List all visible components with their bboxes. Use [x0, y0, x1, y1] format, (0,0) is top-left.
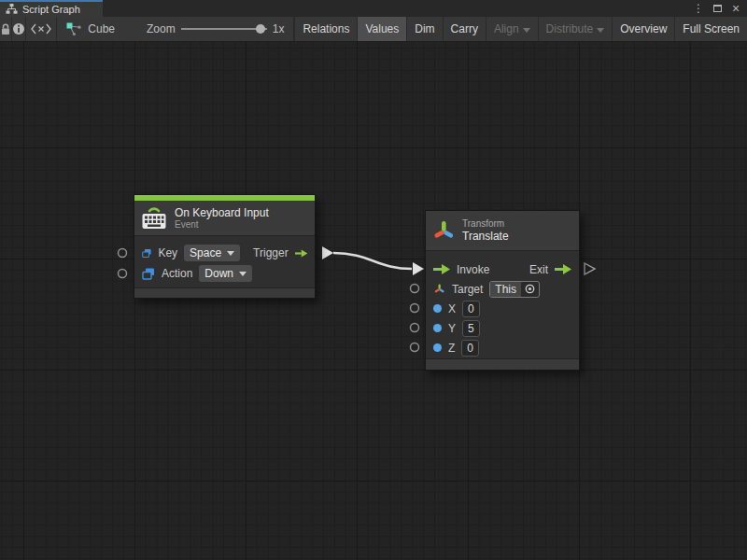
graph-pointer-icon	[66, 22, 82, 36]
tab-title: Script Graph	[22, 4, 80, 15]
target-value: This	[490, 282, 521, 297]
align-button[interactable]: Align	[486, 17, 538, 41]
overview-label: Overview	[620, 22, 667, 35]
target-icon	[521, 284, 539, 294]
dim-button[interactable]: Dim	[406, 17, 442, 41]
keyboard-node-footer	[134, 287, 315, 298]
invoke-label: Invoke	[457, 263, 489, 276]
target-value-chip[interactable]: This	[489, 281, 540, 298]
z-value-field[interactable]: 0	[461, 340, 479, 357]
translate-node[interactable]: Transform Translate Invoke Exit	[425, 210, 580, 371]
translate-node-footer	[426, 358, 579, 370]
code-icon	[31, 23, 51, 35]
carry-button[interactable]: Carry	[443, 17, 486, 41]
trigger-output-port[interactable]	[322, 246, 333, 259]
x-input-port[interactable]	[411, 304, 419, 313]
target-label: Target	[452, 283, 483, 296]
window-menu-icon[interactable]: ⋮	[691, 1, 706, 16]
value-port-dot-icon	[433, 343, 442, 352]
graph-canvas[interactable]: On Keyboard Input Event Key Space	[0, 42, 747, 560]
transform-mini-icon	[433, 283, 445, 295]
key-value: Space	[190, 246, 221, 259]
action-value: Down	[204, 267, 233, 280]
chevron-down-icon	[227, 251, 234, 256]
flow-arrow-icon	[295, 248, 307, 259]
window-controls: ⋮ ×	[691, 0, 747, 17]
chevron-down-icon	[239, 272, 247, 276]
lock-button[interactable]	[0, 17, 12, 41]
key-row: Key Space Trigger	[134, 243, 315, 263]
keyboard-node-titles: On Keyboard Input Event	[175, 206, 269, 231]
z-row: Z 0	[426, 338, 579, 357]
values-button[interactable]: Values	[357, 17, 406, 41]
toolbar-buttons: Relations Values Dim Carry Align Distrib…	[294, 17, 747, 41]
keyboard-node-header[interactable]: On Keyboard Input Event	[134, 201, 315, 236]
x-row: X 0	[426, 299, 579, 318]
key-label: Key	[158, 246, 177, 259]
keyboard-node-subtitle: Event	[175, 219, 269, 231]
translate-node-title: Translate	[462, 230, 509, 243]
window-maximize-icon[interactable]	[710, 1, 725, 16]
distribute-button[interactable]: Distribute	[538, 17, 613, 41]
zoom-label: Zoom	[147, 22, 176, 35]
keyboard-event-icon	[141, 205, 167, 231]
action-row: Action Down	[134, 263, 315, 284]
distribute-label: Distribute	[546, 22, 594, 35]
relations-button[interactable]: Relations	[294, 17, 357, 41]
relations-label: Relations	[303, 22, 349, 35]
key-dropdown[interactable]: Space	[184, 245, 240, 261]
window-close-icon[interactable]: ×	[728, 1, 743, 16]
zoom-slider-handle[interactable]	[256, 24, 265, 34]
x-label: X	[448, 302, 456, 315]
graph-toolbar: Cube Zoom 1x Relations Values Dim Carry …	[0, 17, 747, 42]
target-input-port[interactable]	[411, 285, 419, 293]
wires-and-ports	[0, 42, 747, 560]
full-screen-button[interactable]: Full Screen	[674, 17, 747, 41]
zoom-slider-track	[181, 28, 267, 30]
carry-label: Carry	[451, 22, 478, 35]
info-button[interactable]	[12, 17, 26, 41]
script-graph-window: Script Graph ⋮ ×	[0, 0, 747, 560]
tab-bar: Script Graph ⋮ ×	[0, 0, 747, 17]
y-input-port[interactable]	[411, 324, 419, 332]
values-label: Values	[365, 22, 399, 35]
zoom-slider[interactable]	[181, 23, 267, 35]
exit-output-port[interactable]	[585, 263, 595, 274]
translate-node-category: Transform	[462, 218, 509, 230]
x-value-field[interactable]: 0	[462, 301, 480, 317]
overview-button[interactable]: Overview	[612, 17, 674, 41]
graph-target-name[interactable]: Cube	[88, 22, 115, 35]
enum-icon	[142, 268, 155, 280]
zoom-value: 1x	[273, 22, 285, 35]
info-icon	[12, 22, 25, 35]
chevron-down-icon	[597, 28, 604, 33]
key-input-port[interactable]	[119, 249, 127, 258]
flow-arrow-icon	[433, 264, 450, 274]
translate-node-header[interactable]: Transform Translate	[426, 211, 579, 251]
translate-node-body: Invoke Exit Target	[426, 251, 579, 358]
exit-label: Exit	[529, 263, 548, 276]
wire-trigger-to-invoke[interactable]	[333, 253, 412, 269]
z-input-port[interactable]	[411, 343, 419, 352]
invoke-input-port[interactable]	[413, 262, 424, 275]
z-label: Z	[448, 342, 455, 355]
full-screen-label: Full Screen	[683, 22, 740, 35]
keyboard-node-title: On Keyboard Input	[175, 206, 269, 219]
on-keyboard-input-node[interactable]: On Keyboard Input Event Key Space	[134, 194, 316, 299]
action-dropdown[interactable]: Down	[199, 265, 252, 282]
align-label: Align	[494, 22, 519, 35]
translate-node-titles: Transform Translate	[462, 218, 509, 243]
y-value-field[interactable]: 5	[462, 320, 480, 337]
y-label: Y	[448, 322, 456, 335]
transform-icon	[432, 218, 455, 243]
invoke-row: Invoke Exit	[426, 259, 579, 279]
graph-tree-icon	[6, 4, 18, 15]
code-preview-button[interactable]	[26, 17, 57, 41]
action-input-port[interactable]	[119, 270, 127, 278]
trigger-label: Trigger	[253, 246, 289, 259]
graph-context-group: Cube Zoom 1x	[57, 17, 294, 41]
action-label: Action	[162, 267, 192, 280]
keyboard-node-body: Key Space Trigger	[134, 236, 315, 287]
flow-arrow-icon	[555, 264, 571, 274]
tab-script-graph[interactable]: Script Graph	[0, 0, 103, 17]
